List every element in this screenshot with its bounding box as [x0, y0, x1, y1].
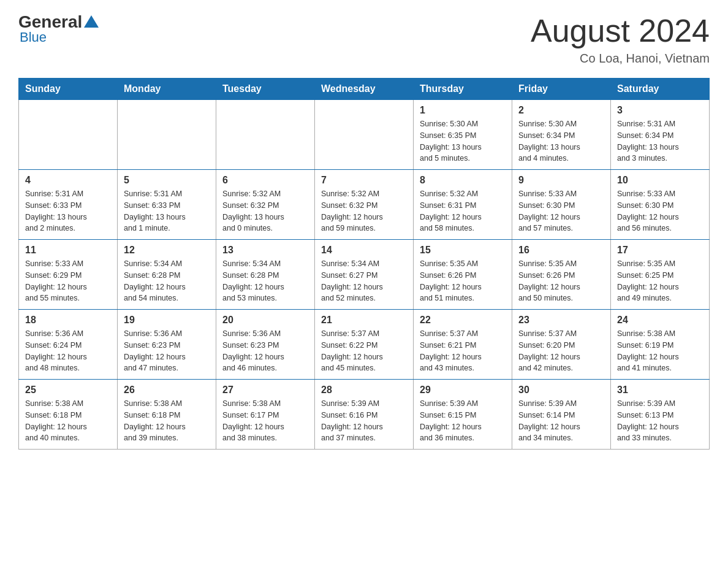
day-info: Sunrise: 5:34 AM Sunset: 6:27 PM Dayligh… [321, 258, 407, 304]
day-number: 17 [617, 245, 703, 256]
calendar-cell: 13Sunrise: 5:34 AM Sunset: 6:28 PM Dayli… [216, 240, 315, 310]
calendar-cell: 17Sunrise: 5:35 AM Sunset: 6:25 PM Dayli… [611, 240, 710, 310]
day-info: Sunrise: 5:33 AM Sunset: 6:29 PM Dayligh… [25, 258, 111, 304]
day-number: 15 [420, 245, 506, 256]
calendar-cell: 10Sunrise: 5:33 AM Sunset: 6:30 PM Dayli… [611, 170, 710, 240]
day-info: Sunrise: 5:38 AM Sunset: 6:18 PM Dayligh… [124, 398, 210, 444]
day-info: Sunrise: 5:38 AM Sunset: 6:17 PM Dayligh… [222, 398, 308, 444]
day-number: 8 [420, 175, 506, 186]
day-number: 5 [124, 175, 210, 186]
day-number: 6 [222, 175, 308, 186]
day-number: 9 [518, 175, 604, 186]
calendar-cell: 9Sunrise: 5:33 AM Sunset: 6:30 PM Daylig… [512, 170, 611, 240]
day-info: Sunrise: 5:33 AM Sunset: 6:30 PM Dayligh… [617, 188, 703, 234]
day-info: Sunrise: 5:33 AM Sunset: 6:30 PM Dayligh… [518, 188, 604, 234]
location: Co Loa, Hanoi, Vietnam [531, 52, 710, 66]
day-number: 29 [420, 385, 506, 396]
day-number: 26 [124, 385, 210, 396]
day-number: 22 [420, 315, 506, 326]
calendar-cell: 4Sunrise: 5:31 AM Sunset: 6:33 PM Daylig… [19, 170, 118, 240]
calendar-cell: 29Sunrise: 5:39 AM Sunset: 6:15 PM Dayli… [414, 380, 512, 450]
calendar-cell: 30Sunrise: 5:39 AM Sunset: 6:14 PM Dayli… [512, 380, 611, 450]
day-info: Sunrise: 5:39 AM Sunset: 6:15 PM Dayligh… [420, 398, 506, 444]
day-info: Sunrise: 5:37 AM Sunset: 6:21 PM Dayligh… [420, 328, 506, 374]
logo: General Blue [18, 12, 99, 45]
day-info: Sunrise: 5:30 AM Sunset: 6:35 PM Dayligh… [420, 118, 506, 164]
calendar-week-row: 25Sunrise: 5:38 AM Sunset: 6:18 PM Dayli… [19, 380, 710, 450]
calendar-cell: 14Sunrise: 5:34 AM Sunset: 6:27 PM Dayli… [315, 240, 414, 310]
calendar-header-saturday: Saturday [611, 79, 710, 100]
calendar-cell: 21Sunrise: 5:37 AM Sunset: 6:22 PM Dayli… [315, 310, 414, 380]
day-number: 24 [617, 315, 703, 326]
day-info: Sunrise: 5:32 AM Sunset: 6:32 PM Dayligh… [321, 188, 407, 234]
day-info: Sunrise: 5:36 AM Sunset: 6:23 PM Dayligh… [124, 328, 210, 374]
day-number: 19 [124, 315, 210, 326]
day-info: Sunrise: 5:36 AM Sunset: 6:24 PM Dayligh… [25, 328, 111, 374]
day-info: Sunrise: 5:38 AM Sunset: 6:19 PM Dayligh… [617, 328, 703, 374]
day-info: Sunrise: 5:37 AM Sunset: 6:22 PM Dayligh… [321, 328, 407, 374]
day-number: 12 [124, 245, 210, 256]
calendar-cell [118, 100, 216, 170]
calendar-header-sunday: Sunday [19, 79, 118, 100]
calendar-cell: 27Sunrise: 5:38 AM Sunset: 6:17 PM Dayli… [216, 380, 315, 450]
calendar-cell: 5Sunrise: 5:31 AM Sunset: 6:33 PM Daylig… [118, 170, 216, 240]
calendar-week-row: 18Sunrise: 5:36 AM Sunset: 6:24 PM Dayli… [19, 310, 710, 380]
calendar-cell: 24Sunrise: 5:38 AM Sunset: 6:19 PM Dayli… [611, 310, 710, 380]
day-info: Sunrise: 5:39 AM Sunset: 6:14 PM Dayligh… [518, 398, 604, 444]
title-section: August 2024 Co Loa, Hanoi, Vietnam [531, 12, 710, 66]
calendar-week-row: 4Sunrise: 5:31 AM Sunset: 6:33 PM Daylig… [19, 170, 710, 240]
calendar-cell: 22Sunrise: 5:37 AM Sunset: 6:21 PM Dayli… [414, 310, 512, 380]
day-number: 31 [617, 385, 703, 396]
logo-triangle-icon [84, 15, 99, 28]
day-number: 20 [222, 315, 308, 326]
calendar-header-wednesday: Wednesday [315, 79, 414, 100]
day-number: 18 [25, 315, 111, 326]
day-number: 25 [25, 385, 111, 396]
month-title: August 2024 [531, 12, 710, 49]
calendar-cell: 11Sunrise: 5:33 AM Sunset: 6:29 PM Dayli… [19, 240, 118, 310]
day-number: 10 [617, 175, 703, 186]
day-number: 16 [518, 245, 604, 256]
calendar-cell: 19Sunrise: 5:36 AM Sunset: 6:23 PM Dayli… [118, 310, 216, 380]
day-info: Sunrise: 5:31 AM Sunset: 6:34 PM Dayligh… [617, 118, 703, 164]
calendar-header-thursday: Thursday [414, 79, 512, 100]
calendar-cell: 31Sunrise: 5:39 AM Sunset: 6:13 PM Dayli… [611, 380, 710, 450]
day-number: 11 [25, 245, 111, 256]
day-info: Sunrise: 5:31 AM Sunset: 6:33 PM Dayligh… [124, 188, 210, 234]
logo-blue: Blue [20, 29, 47, 45]
day-number: 1 [420, 105, 506, 116]
day-number: 14 [321, 245, 407, 256]
day-number: 21 [321, 315, 407, 326]
calendar-cell: 1Sunrise: 5:30 AM Sunset: 6:35 PM Daylig… [414, 100, 512, 170]
calendar-cell: 16Sunrise: 5:35 AM Sunset: 6:26 PM Dayli… [512, 240, 611, 310]
calendar-cell: 2Sunrise: 5:30 AM Sunset: 6:34 PM Daylig… [512, 100, 611, 170]
calendar-cell: 20Sunrise: 5:36 AM Sunset: 6:23 PM Dayli… [216, 310, 315, 380]
day-number: 28 [321, 385, 407, 396]
day-info: Sunrise: 5:36 AM Sunset: 6:23 PM Dayligh… [222, 328, 308, 374]
calendar-cell: 25Sunrise: 5:38 AM Sunset: 6:18 PM Dayli… [19, 380, 118, 450]
day-info: Sunrise: 5:32 AM Sunset: 6:31 PM Dayligh… [420, 188, 506, 234]
calendar-cell: 23Sunrise: 5:37 AM Sunset: 6:20 PM Dayli… [512, 310, 611, 380]
calendar-header-monday: Monday [118, 79, 216, 100]
calendar-cell: 7Sunrise: 5:32 AM Sunset: 6:32 PM Daylig… [315, 170, 414, 240]
day-info: Sunrise: 5:31 AM Sunset: 6:33 PM Dayligh… [25, 188, 111, 234]
calendar-table: SundayMondayTuesdayWednesdayThursdayFrid… [18, 78, 710, 450]
day-info: Sunrise: 5:37 AM Sunset: 6:20 PM Dayligh… [518, 328, 604, 374]
calendar-header-row: SundayMondayTuesdayWednesdayThursdayFrid… [19, 79, 710, 100]
calendar-cell [315, 100, 414, 170]
day-info: Sunrise: 5:39 AM Sunset: 6:16 PM Dayligh… [321, 398, 407, 444]
page-header: General Blue August 2024 Co Loa, Hanoi, … [18, 12, 710, 66]
day-info: Sunrise: 5:38 AM Sunset: 6:18 PM Dayligh… [25, 398, 111, 444]
calendar-cell: 18Sunrise: 5:36 AM Sunset: 6:24 PM Dayli… [19, 310, 118, 380]
day-info: Sunrise: 5:34 AM Sunset: 6:28 PM Dayligh… [222, 258, 308, 304]
day-number: 4 [25, 175, 111, 186]
calendar-week-row: 1Sunrise: 5:30 AM Sunset: 6:35 PM Daylig… [19, 100, 710, 170]
calendar-cell: 12Sunrise: 5:34 AM Sunset: 6:28 PM Dayli… [118, 240, 216, 310]
day-number: 7 [321, 175, 407, 186]
calendar-cell: 26Sunrise: 5:38 AM Sunset: 6:18 PM Dayli… [118, 380, 216, 450]
day-number: 30 [518, 385, 604, 396]
day-info: Sunrise: 5:35 AM Sunset: 6:26 PM Dayligh… [420, 258, 506, 304]
day-info: Sunrise: 5:34 AM Sunset: 6:28 PM Dayligh… [124, 258, 210, 304]
calendar-cell: 8Sunrise: 5:32 AM Sunset: 6:31 PM Daylig… [414, 170, 512, 240]
day-info: Sunrise: 5:35 AM Sunset: 6:26 PM Dayligh… [518, 258, 604, 304]
